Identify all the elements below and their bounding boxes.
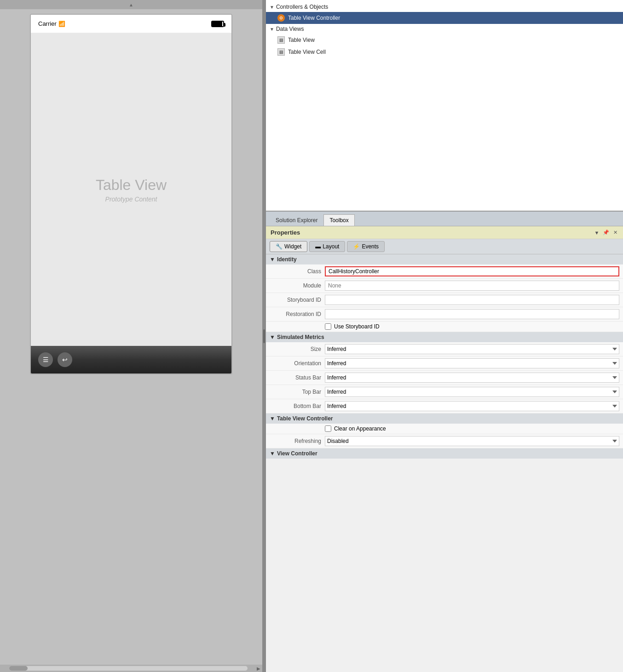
orientation-select[interactable]: Inferred (325, 358, 619, 368)
left-panel: Carrier 📶 Table View Prototype Content ☰… (0, 0, 262, 672)
prop-row-class: Class (266, 264, 623, 279)
module-input[interactable] (325, 281, 619, 291)
scroll-right-arrow[interactable]: ▶ (257, 666, 260, 671)
table-view-controller-label: Table View Controller (288, 15, 340, 21)
square-icon: ▤ (277, 36, 285, 44)
status-bar: Carrier 📶 (31, 15, 231, 33)
top-bar-select[interactable]: Inferred (325, 387, 619, 397)
status-bar-label: Status Bar (270, 374, 325, 381)
bottom-bar-select[interactable]: Inferred (325, 401, 619, 411)
battery-icon (211, 21, 224, 27)
module-value (325, 281, 619, 291)
orientation-label: Orientation (270, 360, 325, 367)
restoration-id-label: Restoration ID (270, 311, 325, 317)
pin-button[interactable]: ▼ (594, 230, 600, 236)
size-select[interactable]: Inferred (325, 344, 619, 354)
table-view-cell-label: Table View Cell (288, 49, 326, 55)
tab-events[interactable]: ⚡ Events (347, 241, 385, 252)
table-view-main-label: Table View (96, 177, 167, 194)
tab-toolbox[interactable]: Toolbox (323, 214, 354, 226)
prop-row-bottom-bar: Bottom Bar Inferred (266, 399, 623, 414)
dataviews-arrow: ▼ (270, 27, 274, 32)
storyboard-id-value (325, 295, 619, 305)
status-bar-select[interactable]: Inferred (325, 373, 619, 383)
scroll-top[interactable] (0, 0, 262, 9)
tree-item-tableview[interactable]: ▤ Table View (266, 34, 623, 46)
section-identity: ▼ Identity (266, 254, 623, 264)
prop-row-module: Module (266, 279, 623, 293)
status-bar-value: Inferred (325, 373, 619, 383)
layout-icon: ▬ (315, 243, 321, 250)
horizontal-scrollbar[interactable]: ▶ (0, 665, 262, 672)
controller-icon: ⊙ (277, 14, 285, 22)
events-icon: ⚡ (353, 243, 360, 250)
tree-section-controllers[interactable]: ▼ Controllers & Objects (266, 2, 623, 12)
properties-title: Properties (271, 229, 300, 236)
prototype-content-label: Prototype Content (105, 195, 157, 203)
tree-section-dataviews[interactable]: ▼ Data Views (266, 24, 623, 34)
properties-content: ▼ Identity Class Module (266, 254, 623, 672)
panel-divider[interactable] (262, 0, 266, 672)
use-storyboard-label: Use Storyboard ID (334, 323, 380, 330)
clear-on-appearance-checkbox[interactable] (325, 425, 331, 432)
use-storyboard-checkbox-row: Use Storyboard ID (325, 323, 619, 330)
clear-on-appearance-row: Clear on Appearance (325, 425, 619, 432)
prop-row-storyboard-id: Storyboard ID (266, 293, 623, 307)
prop-row-restoration-id: Restoration ID (266, 307, 623, 322)
clear-on-appearance-label: Clear on Appearance (334, 425, 386, 432)
section-simulated-metrics: ▼ Simulated Metrics (266, 332, 623, 342)
section-view-controller: ▼ View Controller (266, 448, 623, 459)
tree-item-tableviewcell[interactable]: ▤ Table View Cell (266, 46, 623, 58)
storyboard-id-input[interactable] (325, 295, 619, 305)
carrier-label: Carrier (38, 20, 57, 27)
tvc-arrow: ▼ (270, 415, 275, 422)
close-button[interactable]: ✕ (612, 230, 618, 236)
prop-row-status-bar: Status Bar Inferred (266, 371, 623, 385)
prop-row-use-storyboard-id: Use Storyboard ID (266, 322, 623, 332)
orange-circle-icon: ⊙ (277, 14, 285, 22)
restoration-id-value (325, 309, 619, 319)
vc-arrow: ▼ (270, 450, 275, 457)
storyboard-id-label: Storyboard ID (270, 297, 325, 303)
main-container: Carrier 📶 Table View Prototype Content ☰… (0, 0, 623, 672)
use-storyboard-checkbox[interactable] (325, 323, 331, 330)
refreshing-value: Disabled (325, 436, 619, 446)
tree-item-tableviewcontroller[interactable]: ⊙ Table View Controller (266, 12, 623, 24)
module-label: Module (270, 282, 325, 289)
refreshing-select[interactable]: Disabled (325, 436, 619, 446)
restoration-id-input[interactable] (325, 309, 619, 319)
scroll-thumb[interactable] (9, 666, 28, 671)
orientation-value: Inferred (325, 358, 619, 368)
title-icons: ▼ 📌 ✕ (594, 230, 618, 236)
class-value (325, 266, 619, 276)
section-arrow: ▼ (270, 5, 274, 10)
tabs-area: Solution Explorer Toolbox (266, 212, 623, 226)
toolbar-icon-action[interactable]: ↩ (58, 352, 72, 367)
data-views-section-label: Data Views (276, 26, 304, 32)
wifi-icon: 📶 (58, 21, 65, 27)
class-input[interactable] (325, 266, 619, 276)
prop-row-top-bar: Top Bar Inferred (266, 385, 623, 399)
tableviewcell-icon: ▤ (277, 48, 285, 56)
prop-row-refreshing: Refreshing Disabled (266, 434, 623, 448)
tab-solution-explorer[interactable]: Solution Explorer (270, 214, 323, 226)
prop-row-orientation: Orientation Inferred (266, 356, 623, 371)
iphone-mockup: Carrier 📶 Table View Prototype Content ☰… (30, 14, 232, 374)
properties-panel: Properties ▼ 📌 ✕ 🔧 Widget ▬ Layout (266, 226, 623, 672)
table-view-label-tree: Table View (288, 37, 315, 43)
tab-layout[interactable]: ▬ Layout (309, 241, 345, 252)
tree-view: ▼ Controllers & Objects ⊙ Table View Con… (266, 0, 623, 212)
widget-tabs: 🔧 Widget ▬ Layout ⚡ Events (266, 239, 623, 254)
scroll-track (9, 666, 248, 671)
tab-widget[interactable]: 🔧 Widget (270, 241, 307, 252)
right-panel: ▼ Controllers & Objects ⊙ Table View Con… (266, 0, 623, 672)
properties-title-bar: Properties ▼ 📌 ✕ (266, 226, 623, 239)
prop-row-size: Size Inferred (266, 342, 623, 356)
prop-row-clear-on-appearance: Clear on Appearance (266, 424, 623, 434)
toolbar-icon-list[interactable]: ☰ (38, 352, 53, 367)
bottom-bar-label: Bottom Bar (270, 403, 325, 409)
controllers-section-label: Controllers & Objects (276, 4, 328, 10)
top-bar-label: Top Bar (270, 389, 325, 395)
refreshing-label: Refreshing (270, 438, 325, 444)
dock-button[interactable]: 📌 (603, 230, 609, 236)
